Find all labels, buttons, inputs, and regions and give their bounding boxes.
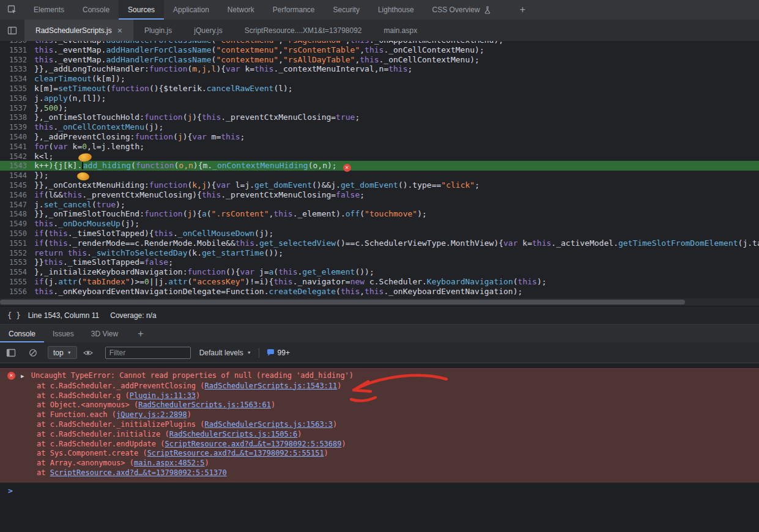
line-number[interactable]: 1553 (0, 258, 34, 268)
code-text[interactable]: }); (34, 171, 48, 180)
panel-tab-elements[interactable]: Elements (24, 0, 73, 20)
add-panel-icon[interactable]: + (520, 4, 525, 15)
source-link[interactable]: RadSchedulerScripts.js:1563:61 (138, 401, 271, 409)
code-line-1555: 1555if(j.attr("tabIndex")>=0||j.attr("ac… (0, 277, 759, 287)
line-number[interactable]: 1540 (0, 133, 34, 142)
add-drawer-tab-icon[interactable]: + (138, 328, 143, 339)
toggle-navigator-icon[interactable] (5, 23, 20, 38)
source-link[interactable]: RadSchedulerScripts.js:1505:6 (169, 430, 298, 438)
console-prompt[interactable]: > (0, 486, 759, 495)
code-text[interactable]: }},_addLongTouchHandler:function(m,j,l){… (34, 64, 412, 73)
console-sidebar-icon[interactable] (4, 345, 18, 360)
source-link[interactable]: jQuery.js:2:2898 (116, 410, 187, 419)
line-number[interactable]: 1535 (0, 84, 34, 94)
code-text[interactable]: k<l; (34, 152, 53, 161)
code-text[interactable]: clearTimeout(k[m]); (34, 74, 125, 83)
source-link[interactable]: ScriptResource.axd?d…&t=13798092:5:53689 (165, 440, 342, 448)
line-number[interactable]: 1552 (0, 249, 34, 259)
line-number[interactable]: 1548 (0, 210, 34, 220)
line-number[interactable]: 1536 (0, 94, 34, 104)
line-number[interactable]: 1555 (0, 278, 34, 287)
code-text[interactable]: k[m]=setTimeout(function(){$telerik.canc… (34, 84, 293, 93)
line-number[interactable]: 1541 (0, 142, 34, 152)
panel-tab-security[interactable]: Security (324, 0, 369, 20)
code-text[interactable]: if(j.attr("tabIndex")>=0||j.attr("access… (34, 277, 547, 286)
file-tab-radschedulerscripts[interactable]: RadSchedulerScripts.js × (24, 20, 133, 41)
expand-triangle-icon[interactable]: ▶ (21, 372, 24, 382)
panel-tab-application[interactable]: Application (164, 0, 218, 20)
file-tab-mainaspx[interactable]: main.aspx (373, 20, 429, 41)
code-text[interactable]: }},_onTimeSlotTouchEnd:function(j){a(".r… (34, 209, 427, 218)
close-icon[interactable]: × (117, 26, 122, 35)
line-number[interactable]: 1538 (0, 113, 34, 123)
line-number[interactable]: 1531 (0, 46, 34, 56)
horizontal-scrollbar[interactable] (0, 298, 759, 306)
code-text[interactable]: },500); (34, 103, 68, 113)
line-number[interactable]: 1554 (0, 268, 34, 278)
panel-tab-network[interactable]: Network (218, 0, 264, 20)
chevron-down-icon: ▼ (67, 350, 72, 355)
file-tab-scriptresource[interactable]: ScriptResource....XM1&t=13798092 (234, 20, 373, 41)
code-text[interactable]: j.set_cancel(true); (34, 200, 125, 209)
drawer-tab-issues[interactable]: Issues (44, 325, 83, 342)
line-number[interactable]: 1537 (0, 104, 34, 114)
source-link[interactable]: Plugin.js:11:33 (130, 391, 196, 400)
messages-count-badge[interactable]: 99+ (267, 349, 290, 357)
inspect-icon[interactable] (5, 2, 20, 17)
code-text[interactable]: this._eventMap.addHandlerForClassName("c… (34, 55, 479, 64)
line-number[interactable]: 1550 (0, 229, 34, 239)
line-number[interactable]: 1534 (0, 75, 34, 84)
line-number[interactable]: 1533 (0, 65, 34, 75)
code-text[interactable]: this._onKeyboardEventNavigationDelegate=… (34, 287, 522, 296)
pretty-print-icon[interactable]: { } (0, 311, 28, 320)
line-number[interactable]: 1539 (0, 123, 34, 133)
code-text[interactable]: this._eventMap.addHandlerForClassName("c… (34, 45, 484, 54)
code-line-1537: 1537},500); (0, 103, 759, 113)
code-text[interactable]: },_initializeKeyboardNavigation:function… (34, 267, 374, 276)
filter-input[interactable] (105, 347, 191, 359)
line-number[interactable]: 1547 (0, 201, 34, 210)
code-text[interactable]: k++){j[k].add_hiding(function(o,n){m._on… (34, 161, 337, 170)
code-text[interactable]: j.apply(n,[l]); (34, 94, 106, 103)
panel-tab-console[interactable]: Console (73, 0, 119, 20)
code-text[interactable]: if(this._timeSlotTapped){this._onCellMou… (34, 229, 273, 238)
code-text[interactable]: if(l&&this._preventCtxMenuClosing){this.… (34, 190, 365, 199)
source-link[interactable]: main.aspx:4852:5 (134, 459, 205, 467)
code-text[interactable]: }},_onContextMenuHiding:function(k,j){va… (34, 180, 479, 190)
panel-tab-lighthouse[interactable]: Lighthouse (369, 0, 423, 20)
line-number[interactable]: 1545 (0, 181, 34, 191)
code-text[interactable]: for(var k=0,l=j.length; (34, 142, 144, 151)
line-number[interactable]: 1546 (0, 191, 34, 201)
live-expression-eye-icon[interactable] (81, 345, 95, 360)
line-number[interactable]: 1544 (0, 171, 34, 181)
line-number[interactable]: 1542 (0, 152, 34, 162)
code-text[interactable]: },_onTimeSlotTouchHold:function(j){this.… (34, 113, 360, 122)
source-link[interactable]: ScriptResource.axd?d…&t=13798092:5:55151 (147, 449, 324, 457)
code-text[interactable]: }}this._timeSlotTapped=false; (34, 257, 173, 267)
line-number[interactable]: 1549 (0, 220, 34, 229)
source-link[interactable]: ScriptResource.axd?d…&t=13798092:5:51370 (50, 468, 227, 477)
file-tab-plugin[interactable]: Plugin.js (133, 20, 183, 41)
source-link[interactable]: RadSchedulerScripts.js:1563:3 (205, 420, 333, 429)
scrollbar-thumb[interactable] (0, 300, 685, 305)
drawer-tab-3d-view[interactable]: 3D View (83, 325, 127, 342)
file-tab-jquery[interactable]: jQuery.js (183, 20, 233, 41)
log-levels-dropdown[interactable]: Default levels ▼ (199, 349, 251, 357)
line-number[interactable]: 1551 (0, 239, 34, 249)
line-number[interactable]: 1556 (0, 287, 34, 297)
context-selector[interactable]: top ▼ (48, 346, 77, 359)
drawer-tab-console[interactable]: Console (0, 325, 44, 342)
code-text[interactable]: this._onCellContextMenu(j); (34, 122, 163, 131)
line-number[interactable]: 1532 (0, 56, 34, 65)
panel-tab-sources[interactable]: Sources (119, 0, 164, 20)
panel-tab-performance[interactable]: Performance (264, 0, 324, 20)
clear-console-icon[interactable] (26, 345, 40, 360)
code-text[interactable]: if(this._renderMode==c.RenderMode.Mobile… (34, 238, 759, 248)
code-text[interactable]: return this._switchToSelectedDay(k.get_s… (34, 248, 283, 257)
code-text[interactable]: this._onDocMouseUp(j); (34, 219, 139, 228)
line-number[interactable]: 1543 (0, 161, 34, 171)
panel-tab-css-overview[interactable]: CSS Overview (423, 0, 500, 20)
code-text[interactable]: },_addPreventClosing:function(j){var m=t… (34, 132, 245, 141)
code-text[interactable]: this._eventMap.addHandlerForClassName("c… (34, 41, 503, 45)
source-link[interactable]: RadSchedulerScripts.js:1543:11 (205, 382, 338, 390)
